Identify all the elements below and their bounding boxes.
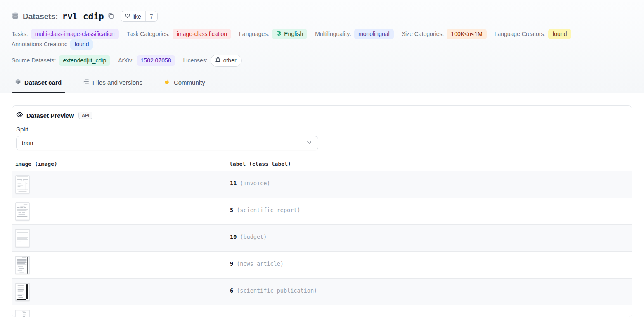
table-header-row: image (image) label (class label) bbox=[12, 157, 632, 171]
label-value: 6 bbox=[230, 287, 233, 294]
tag-row-1: Tasks: multi-class-image-classification … bbox=[12, 29, 632, 50]
licenses-label: Licenses: bbox=[183, 57, 208, 64]
tab-files-and-versions[interactable]: Files and versions bbox=[80, 77, 146, 93]
table-row: 6(scientific publication) bbox=[12, 278, 632, 305]
page-header: Datasets: rvl_cdip like 7 bbox=[0, 0, 644, 93]
chevron-down-icon bbox=[306, 139, 313, 147]
tag-language-text: English bbox=[284, 30, 303, 38]
cube-icon bbox=[15, 79, 21, 86]
split-label: Split bbox=[16, 126, 628, 133]
dataset-preview-card: Dataset Preview API Split train image (i… bbox=[12, 105, 632, 317]
main-content: Dataset Preview API Split train image (i… bbox=[0, 93, 644, 317]
tag-annotations-creators[interactable]: found bbox=[70, 39, 93, 50]
community-icon bbox=[164, 79, 170, 86]
tag-source-datasets[interactable]: extended|iit_cdip bbox=[59, 55, 110, 66]
arxiv-label: ArXiv: bbox=[118, 57, 133, 64]
tag-arxiv[interactable]: 1502.07058 bbox=[137, 55, 175, 66]
document-thumbnail-invoice bbox=[15, 175, 30, 194]
like-button[interactable]: like 7 bbox=[121, 11, 158, 22]
title-row: Datasets: rvl_cdip like 7 bbox=[12, 11, 632, 22]
language-creators-label: Language Creators: bbox=[495, 31, 546, 37]
tag-task-categories[interactable]: image-classification bbox=[173, 29, 231, 39]
preview-table: image (image) label (class label) bbox=[12, 157, 632, 317]
tab-bar: Dataset card Files and versions Communit… bbox=[12, 77, 632, 93]
table-row: 5(scientific report) bbox=[12, 198, 632, 224]
database-icon bbox=[12, 12, 19, 21]
split-select-value: train bbox=[22, 140, 33, 146]
size-categories-label: Size Categories: bbox=[402, 31, 444, 37]
document-thumbnail-budget bbox=[15, 229, 30, 248]
datasets-breadcrumb[interactable]: Datasets: bbox=[12, 12, 58, 21]
label-class-name: (scientific report) bbox=[237, 207, 300, 213]
table-row: 9(news article) bbox=[12, 251, 632, 278]
task-categories-label: Task Categories: bbox=[127, 31, 170, 37]
languages-label: Languages: bbox=[239, 31, 269, 37]
table-row: 10(budget) bbox=[12, 224, 632, 251]
column-header-image: image (image) bbox=[12, 157, 226, 171]
label-class-name: (scientific publication) bbox=[237, 287, 317, 294]
table-row bbox=[12, 305, 632, 317]
document-thumbnail-scientific-report bbox=[15, 202, 30, 221]
label-value: 5 bbox=[230, 207, 233, 213]
api-badge-button[interactable]: API bbox=[78, 112, 92, 119]
document-thumbnail-partial bbox=[15, 310, 30, 317]
tasks-label: Tasks: bbox=[12, 31, 28, 37]
tag-row-2: Source Datasets: extended|iit_cdip ArXiv… bbox=[12, 55, 632, 67]
tag-multilinguality[interactable]: monolingual bbox=[354, 29, 394, 39]
label-class-name: (budget) bbox=[240, 234, 267, 240]
tag-language-creators[interactable]: found bbox=[548, 29, 571, 39]
bank-icon bbox=[215, 57, 221, 64]
label-value: 10 bbox=[230, 234, 237, 240]
tab-community-label: Community bbox=[174, 79, 205, 86]
source-datasets-label: Source Datasets: bbox=[12, 57, 56, 64]
page-title: Datasets: bbox=[23, 12, 58, 21]
tag-tasks[interactable]: multi-class-image-classification bbox=[31, 29, 119, 39]
tab-files-label: Files and versions bbox=[92, 79, 142, 86]
tag-language[interactable]: English bbox=[272, 29, 307, 39]
preview-title: Dataset Preview bbox=[26, 112, 74, 119]
label-class-name: (news article) bbox=[237, 260, 284, 267]
annotations-creators-label: Annotations Creators: bbox=[12, 41, 67, 48]
table-row: 11(invoice) bbox=[12, 171, 632, 198]
copy-icon bbox=[107, 12, 114, 21]
tag-license-text: other bbox=[223, 57, 237, 64]
split-select[interactable]: train bbox=[16, 136, 318, 150]
globe-icon bbox=[276, 30, 282, 38]
tag-size-categories[interactable]: 100K<n<1M bbox=[447, 29, 486, 39]
multilinguality-label: Multilinguality: bbox=[315, 31, 351, 37]
label-value: 9 bbox=[230, 260, 233, 267]
tab-dataset-card[interactable]: Dataset card bbox=[12, 77, 65, 93]
files-icon bbox=[83, 79, 89, 86]
label-class-name: (invoice) bbox=[240, 180, 270, 186]
label-value: 11 bbox=[230, 180, 237, 186]
dataset-name: rvl_cdip bbox=[62, 12, 104, 21]
copy-button[interactable] bbox=[107, 12, 114, 21]
tab-community[interactable]: Community bbox=[161, 77, 208, 93]
like-count[interactable]: 7 bbox=[145, 11, 157, 21]
document-thumbnail-news-article bbox=[15, 256, 30, 274]
tag-license[interactable]: other bbox=[211, 55, 242, 67]
column-header-label: label (class label) bbox=[226, 157, 632, 171]
like-label: like bbox=[133, 13, 141, 20]
heart-icon bbox=[125, 13, 130, 20]
eye-icon bbox=[16, 111, 23, 120]
tab-dataset-card-label: Dataset card bbox=[24, 79, 62, 86]
document-thumbnail-scientific-publication bbox=[15, 283, 30, 301]
